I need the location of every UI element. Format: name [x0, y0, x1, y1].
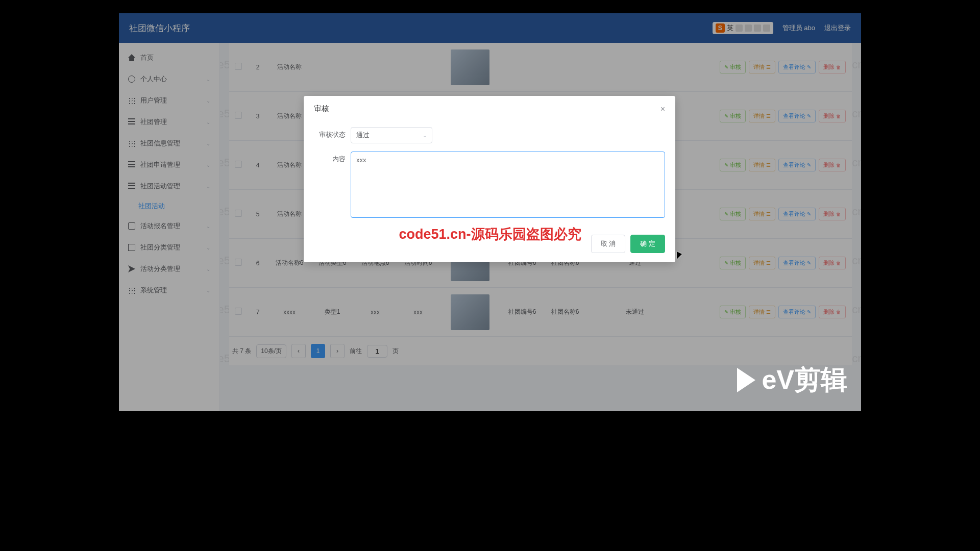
dialog-mask[interactable]: 审核 × 审核状态 通过 ⌄ 内容 取 消 确 定 [119, 13, 861, 411]
mouse-cursor [677, 252, 683, 261]
content-label: 内容 [314, 152, 346, 164]
status-value: 通过 [356, 131, 370, 140]
status-label: 审核状态 [314, 127, 346, 139]
cancel-button[interactable]: 取 消 [591, 235, 626, 253]
close-icon[interactable]: × [660, 105, 665, 114]
chevron-down-icon: ⌄ [423, 133, 427, 138]
confirm-button[interactable]: 确 定 [630, 235, 665, 253]
anti-theft-watermark: code51.cn-源码乐园盗图必究 [399, 225, 581, 243]
play-icon [737, 368, 755, 392]
ev-text: eV剪辑 [762, 362, 847, 398]
content-textarea[interactable] [351, 152, 665, 218]
status-select[interactable]: 通过 ⌄ [351, 127, 432, 143]
dialog-title: 审核 [314, 104, 329, 114]
ev-logo: eV剪辑 [737, 362, 847, 398]
